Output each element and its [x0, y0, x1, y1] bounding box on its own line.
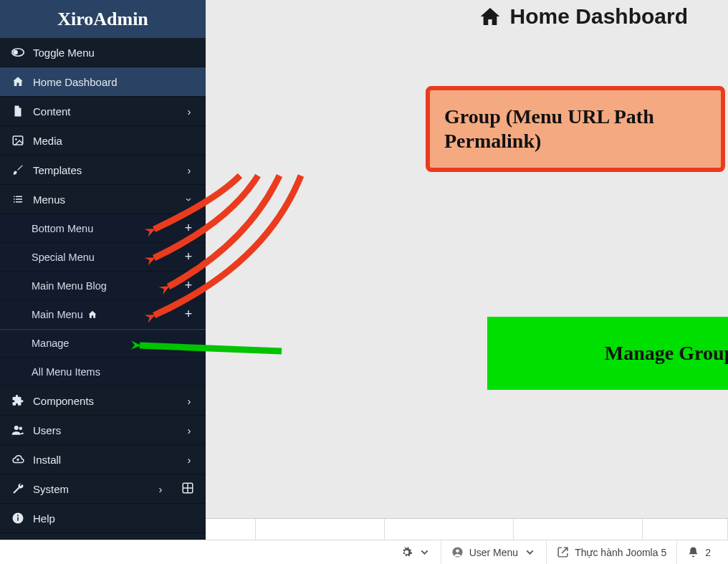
- users-icon: [11, 424, 24, 436]
- svg-point-13: [456, 549, 459, 553]
- annotation-arrows: [206, 0, 728, 540]
- brush-icon: [11, 163, 24, 176]
- cloud-download-icon: [11, 453, 24, 466]
- external-link-icon: [557, 546, 569, 558]
- file-icon: [11, 105, 24, 118]
- sidebar-item-label: Components: [33, 395, 176, 407]
- page-title: Home Dashboard: [479, 4, 688, 29]
- sidebar-item-help[interactable]: Help: [0, 504, 206, 533]
- menus-submenu: Bottom Menu + Special Menu + Main Menu B…: [0, 214, 206, 386]
- submenu-label: Main Menu Blog: [32, 280, 177, 292]
- sidebar-item-label: Content: [33, 105, 176, 118]
- user-icon: [451, 546, 464, 558]
- plus-icon[interactable]: +: [183, 221, 194, 236]
- home-icon: [11, 75, 24, 88]
- svg-point-5: [19, 427, 23, 431]
- svg-point-1: [13, 50, 17, 54]
- chevron-right-icon: ›: [184, 164, 194, 176]
- list-icon: [11, 193, 24, 206]
- chevron-right-icon: ›: [184, 454, 194, 466]
- sidebar-item-media[interactable]: Media: [0, 126, 206, 156]
- chevron-right-icon: ›: [155, 483, 166, 495]
- svg-rect-10: [17, 517, 19, 521]
- home-icon: [87, 310, 97, 320]
- image-icon: [11, 134, 24, 147]
- sidebar-item-label: Menus: [33, 193, 176, 206]
- page-title-text: Home Dashboard: [510, 4, 688, 29]
- submenu-manage[interactable]: Manage: [0, 329, 206, 358]
- puzzle-icon: [11, 394, 24, 407]
- user-menu-dropdown[interactable]: User Menu: [441, 540, 546, 564]
- submenu-main-menu[interactable]: Main Menu +: [0, 300, 206, 329]
- notifications-button[interactable]: 2: [676, 540, 721, 564]
- svg-point-4: [14, 426, 19, 430]
- chevron-right-icon: ›: [184, 105, 194, 118]
- submenu-label: Bottom Menu: [32, 223, 177, 234]
- sidebar-item-users[interactable]: Users ›: [0, 416, 206, 445]
- statusbar: User Menu Thực hành Joomla 5 2: [0, 540, 728, 564]
- grid-icon[interactable]: [181, 482, 194, 497]
- wrench-icon: [11, 482, 24, 495]
- sidebar-item-label: Home Dashboard: [33, 76, 194, 88]
- home-icon: [479, 5, 502, 28]
- sidebar-item-templates[interactable]: Templates ›: [0, 156, 206, 185]
- svg-point-11: [17, 515, 19, 516]
- sidebar-item-home[interactable]: Home Dashboard: [0, 67, 206, 97]
- chevron-right-icon: ›: [184, 424, 194, 436]
- chevron-down-icon: ›: [183, 194, 196, 204]
- sidebar-item-label: Templates: [33, 164, 176, 176]
- sidebar-item-content[interactable]: Content ›: [0, 97, 206, 126]
- chevron-down-icon: [524, 546, 536, 558]
- toggle-icon: [11, 46, 24, 59]
- sidebar-item-components[interactable]: Components ›: [0, 386, 206, 416]
- sidebar-item-install[interactable]: Install ›: [0, 445, 206, 474]
- submenu-special-menu[interactable]: Special Menu +: [0, 243, 206, 272]
- sidebar-item-label: Help: [33, 512, 194, 525]
- toggle-menu-label: Toggle Menu: [33, 47, 194, 59]
- sidebar: XiroAdmin Toggle Menu Home Dashboard Con…: [0, 0, 206, 540]
- annotation-group-label: Group (Menu URL Path Permalink): [426, 86, 725, 172]
- chevron-down-icon: [418, 546, 431, 558]
- submenu-label: Special Menu: [32, 252, 177, 263]
- chevron-right-icon: ›: [184, 395, 194, 407]
- sidebar-item-label: System: [33, 483, 147, 495]
- sidebar-item-menus[interactable]: Menus ›: [0, 185, 206, 214]
- notifications-count: 2: [705, 547, 711, 558]
- info-icon: [11, 512, 24, 525]
- sidebar-item-system[interactable]: System ›: [0, 474, 206, 504]
- sidebar-item-label: Media: [33, 135, 194, 147]
- toggle-menu[interactable]: Toggle Menu: [0, 38, 206, 67]
- submenu-main-menu-blog[interactable]: Main Menu Blog +: [0, 272, 206, 300]
- visit-site-link[interactable]: Thực hành Joomla 5: [546, 540, 676, 564]
- settings-dropdown[interactable]: [391, 540, 441, 564]
- submenu-all-menu-items[interactable]: All Menu Items: [0, 358, 206, 386]
- plus-icon[interactable]: +: [183, 278, 194, 293]
- sidebar-item-label: Install: [33, 454, 176, 466]
- svg-rect-2: [13, 136, 23, 145]
- bell-icon: [687, 546, 699, 558]
- submenu-label: Manage: [32, 338, 194, 349]
- site-link-label: Thực hành Joomla 5: [575, 547, 666, 558]
- plus-icon[interactable]: +: [183, 307, 194, 322]
- submenu-label: All Menu Items: [32, 366, 194, 378]
- plus-icon[interactable]: +: [183, 249, 194, 264]
- user-menu-label: User Menu: [469, 547, 518, 558]
- sidebar-item-label: Users: [33, 424, 176, 436]
- gear-icon: [401, 546, 413, 558]
- svg-point-3: [15, 138, 17, 140]
- main-area: Home Dashboard Group (Menu URL Path Perm…: [206, 0, 728, 540]
- brand-logo: XiroAdmin: [0, 0, 206, 38]
- content-footer-strip: [206, 518, 728, 540]
- submenu-label: Main Menu: [32, 309, 177, 320]
- submenu-bottom-menu[interactable]: Bottom Menu +: [0, 214, 206, 243]
- annotation-manage-label: Manage Group: [487, 317, 728, 390]
